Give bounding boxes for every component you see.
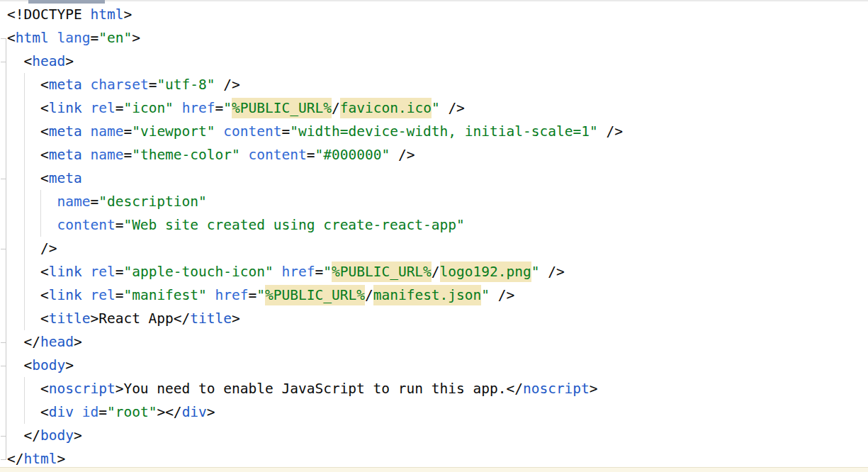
code-token: =: [282, 123, 291, 140]
code-token: ": [323, 264, 332, 280]
code-token: ": [432, 100, 440, 116]
code-token: [7, 100, 40, 116]
code-line[interactable]: <body>: [0, 354, 623, 377]
template-variable-highlight: favicon.ico: [340, 98, 432, 118]
code-token: rel: [90, 287, 115, 303]
code-line[interactable]: </body>: [0, 424, 623, 447]
code-line[interactable]: <!DOCTYPE html>: [0, 3, 623, 26]
template-variable-highlight: manifest.json: [373, 285, 482, 305]
code-token: link: [49, 100, 82, 116]
code-token: >: [207, 404, 215, 420]
code-token: noscript: [49, 381, 115, 397]
code-token: <: [40, 264, 49, 280]
code-line[interactable]: <meta: [0, 167, 623, 190]
code-token: <: [23, 357, 32, 373]
code-token: [490, 287, 498, 303]
code-token: [7, 217, 57, 233]
code-token: rel: [90, 100, 115, 116]
code-token: link: [49, 264, 82, 280]
code-token: <: [40, 147, 49, 163]
horizontal-scrollbar-thumb[interactable]: [28, 0, 105, 4]
code-token: href: [182, 100, 215, 116]
code-token: "utf-8": [157, 77, 215, 93]
code-line[interactable]: <meta charset="utf-8" />: [0, 73, 623, 96]
code-token: [7, 287, 40, 303]
code-token: </: [23, 334, 40, 350]
code-token: >: [90, 310, 98, 327]
code-line[interactable]: <link rel="icon" href="%PUBLIC_URL%/favi…: [0, 96, 623, 120]
code-token: content: [57, 217, 115, 233]
code-line[interactable]: <meta name="viewport" content="width=dev…: [0, 120, 623, 143]
code-token: html: [90, 6, 123, 23]
code-token: body: [32, 357, 65, 373]
horizontal-scrollbar-track[interactable]: [0, 0, 868, 1]
code-token: =: [215, 100, 224, 116]
code-token: <: [40, 381, 49, 397]
code-token: >: [590, 381, 598, 397]
bottom-panel-edge: [0, 467, 868, 472]
code-token: [82, 77, 91, 93]
template-variable-highlight: logo192.png: [440, 262, 531, 282]
code-token: =: [90, 30, 98, 46]
code-token: [82, 123, 91, 140]
code-token: [7, 123, 40, 140]
code-token: =: [115, 100, 124, 116]
code-token: [390, 147, 398, 163]
code-token: content: [249, 147, 307, 163]
template-variable-highlight: %PUBLIC_URL%: [232, 98, 332, 118]
code-token: =: [149, 77, 157, 93]
code-line[interactable]: <head>: [0, 50, 623, 73]
code-token: "icon": [123, 100, 173, 116]
code-token: charset: [90, 77, 148, 93]
code-token: <: [40, 123, 49, 140]
code-token: id: [82, 404, 98, 420]
code-line[interactable]: <link rel="manifest" href="%PUBLIC_URL%/…: [0, 283, 623, 307]
code-token: "description": [98, 193, 207, 210]
code-line[interactable]: <link rel="apple-touch-icon" href="%PUBL…: [0, 260, 623, 283]
code-token: >: [74, 427, 82, 444]
code-token: />: [498, 287, 514, 303]
code-token: <: [40, 100, 49, 116]
code-token: <: [40, 310, 49, 327]
code-token: [82, 100, 91, 116]
code-line[interactable]: <noscript>You need to enable JavaScript …: [0, 377, 623, 400]
code-token: [598, 123, 607, 140]
code-token: <: [40, 287, 49, 303]
code-token: body: [40, 427, 74, 444]
code-token: />: [448, 100, 464, 116]
code-token: [7, 264, 40, 280]
code-token: </: [23, 427, 40, 444]
code-token: [82, 287, 91, 303]
code-line[interactable]: <meta name="theme-color" content="#00000…: [0, 143, 623, 167]
code-line[interactable]: content="Web site created using create-r…: [0, 213, 623, 237]
code-token: [7, 427, 23, 444]
code-token: <: [40, 404, 49, 420]
code-editor: <!DOCTYPE html><html lang="en"> <head> <…: [0, 0, 868, 472]
code-token: <: [40, 170, 49, 186]
code-token: />: [223, 77, 239, 93]
code-token: =: [249, 287, 257, 303]
code-token: =: [307, 147, 315, 163]
code-line[interactable]: </head>: [0, 330, 623, 354]
code-token: =: [115, 217, 124, 233]
code-line[interactable]: <title>React App</title>: [0, 307, 623, 330]
code-token: [7, 404, 40, 420]
code-token: meta: [49, 147, 82, 163]
code-token: head: [40, 334, 74, 350]
code-token: [7, 240, 40, 257]
code-token: ": [531, 264, 540, 280]
code-token: href: [282, 264, 315, 280]
code-area[interactable]: <!DOCTYPE html><html lang="en"> <head> <…: [0, 3, 623, 471]
code-token: />: [40, 240, 57, 257]
code-token: content: [223, 123, 281, 140]
template-variable-highlight: %PUBLIC_URL%: [265, 285, 365, 305]
code-line[interactable]: />: [0, 237, 623, 260]
code-token: [7, 53, 23, 69]
code-line[interactable]: <div id="root"></div>: [0, 400, 623, 424]
code-token: >: [123, 6, 132, 23]
code-token: =: [123, 147, 132, 163]
code-line[interactable]: <html lang="en">: [0, 26, 623, 50]
code-line[interactable]: name="description": [0, 190, 623, 213]
code-token: name: [57, 193, 90, 210]
code-token: [7, 193, 57, 210]
